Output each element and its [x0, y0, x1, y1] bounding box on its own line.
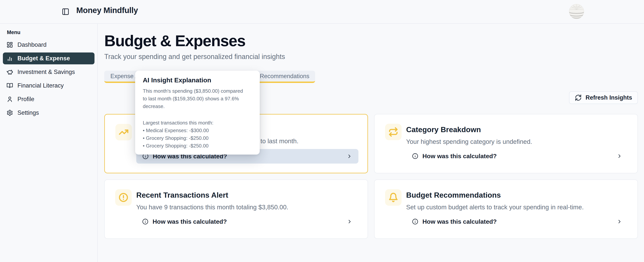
how-calculated-row[interactable]: How was this calculated?: [136, 214, 358, 229]
top-header: Money Mindfully: [0, 0, 644, 24]
how-calculated-row[interactable]: How was this calculated?: [406, 214, 628, 229]
icon-tile: [385, 124, 402, 140]
bell-icon: [388, 193, 398, 203]
refresh-icon: [575, 94, 582, 101]
sidebar-item-settings[interactable]: Settings: [3, 107, 94, 119]
sidebar-item-label: Profile: [18, 96, 34, 103]
info-icon: [412, 219, 418, 225]
sidebar-item-financial-literacy[interactable]: Financial Literacy: [3, 80, 94, 92]
refresh-insights-button[interactable]: Refresh Insights: [569, 91, 638, 104]
how-calculated-label: How was this calculated?: [152, 218, 227, 225]
popover-list-intro: Largest transactions this month:: [143, 119, 252, 127]
card-budget-recommendations: Budget Recommendations Set up custom bud…: [374, 180, 638, 239]
sidebar-item-budget-expense[interactable]: Budget & Expense: [3, 52, 94, 64]
card-title: Recent Transactions Alert: [136, 191, 228, 199]
trending-up-icon: [119, 127, 128, 137]
panel-left-icon: [62, 8, 70, 15]
sidebar-nav: Dashboard Budget & Expense Investment & …: [3, 39, 94, 119]
card-description-fragment: to last month.: [260, 138, 298, 145]
popover-transactions-list: Largest transactions this month: • Medic…: [143, 119, 252, 150]
app-root: Money Mindfully: [0, 0, 644, 262]
book-open-icon: [6, 82, 13, 89]
popover-bullet: • Grocery Shopping: -$250.00: [143, 134, 252, 142]
sidebar-item-label: Dashboard: [18, 41, 46, 48]
chevron-right-icon: [616, 219, 622, 225]
card-title: Category Breakdown: [406, 125, 481, 134]
icon-tile: [115, 189, 132, 206]
card-title: Budget Recommendations: [406, 191, 501, 199]
card-recent-transactions: Recent Transactions Alert You have 9 tra…: [104, 180, 368, 239]
sidebar-item-label: Financial Literacy: [18, 82, 64, 89]
how-calculated-label: How was this calculated?: [422, 153, 497, 160]
icon-tile: [385, 189, 402, 206]
sidebar-item-investment-savings[interactable]: Investment & Savings: [3, 66, 94, 78]
card-description: You have 9 transactions this month total…: [136, 204, 288, 211]
dashboard-icon: [6, 41, 13, 48]
gear-icon: [6, 110, 13, 116]
page-title: Budget & Expenses: [104, 32, 638, 49]
info-icon: [412, 153, 418, 159]
popover-bullet: • Grocery Shopping: -$250.00: [143, 142, 252, 150]
sidebar-item-label: Settings: [18, 109, 39, 116]
user-icon: [6, 96, 13, 102]
card-description: Your highest spending category is undefi…: [406, 138, 532, 145]
popover-bullet: • Medical Expenses: -$300.00: [143, 127, 252, 134]
avatar[interactable]: [569, 4, 584, 19]
how-calculated-label: How was this calculated?: [422, 218, 497, 225]
chevron-right-icon: [347, 219, 352, 225]
page-subtitle: Track your spending and get personalized…: [104, 53, 638, 61]
card-category-breakdown: Category Breakdown Your highest spending…: [374, 114, 638, 173]
how-calculated-row[interactable]: How was this calculated?: [406, 149, 628, 163]
piggy-bank-icon: [6, 69, 13, 75]
sidebar-item-label: Investment & Savings: [18, 69, 75, 75]
repeat-icon: [388, 127, 398, 137]
app-title: Money Mindfully: [76, 6, 138, 15]
icon-tile: [116, 124, 132, 140]
sidebar-item-label: Budget & Expense: [18, 55, 70, 62]
popover-title: AI Insight Explanation: [143, 76, 252, 84]
alert-circle-icon: [118, 193, 128, 203]
card-description: Set up custom budget alerts to track you…: [406, 204, 584, 211]
sidebar-section-label: Menu: [7, 29, 97, 35]
sidebar-toggle-button[interactable]: [62, 8, 70, 15]
bar-chart-icon: [6, 55, 13, 62]
chevron-right-icon: [616, 153, 622, 159]
refresh-insights-label: Refresh Insights: [586, 94, 632, 101]
sidebar: Menu Dashboard Budget & Expense Investme…: [0, 24, 98, 262]
popover-paragraph: This month's spending ($3,850.00) compar…: [143, 87, 252, 110]
sidebar-item-profile[interactable]: Profile: [3, 93, 94, 105]
chevron-right-icon: [346, 153, 352, 159]
sidebar-item-dashboard[interactable]: Dashboard: [3, 39, 94, 51]
ai-insight-explanation-popover: AI Insight Explanation This month's spen…: [135, 71, 260, 155]
info-icon: [142, 219, 148, 225]
